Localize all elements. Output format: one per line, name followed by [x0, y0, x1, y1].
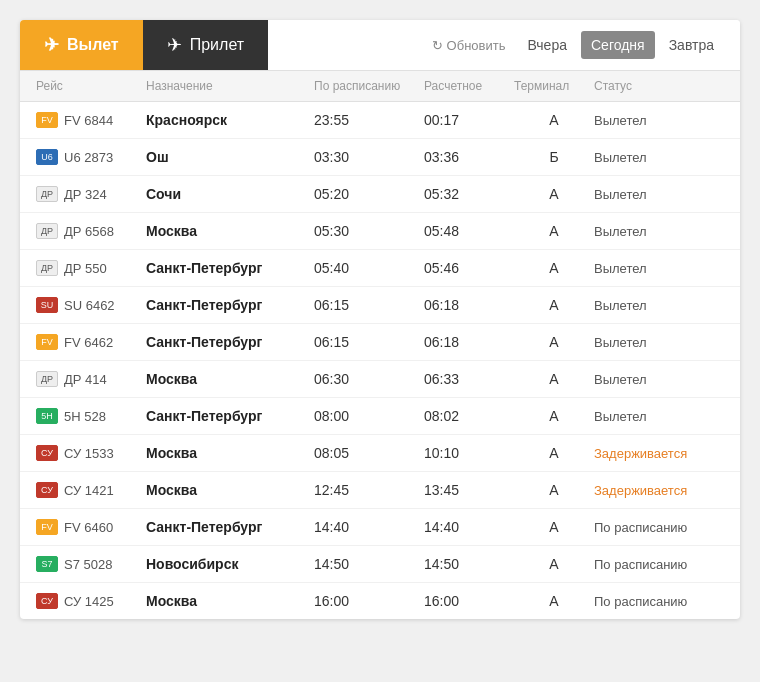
estimated-time: 06:33	[424, 371, 514, 387]
scheduled-time: 05:20	[314, 186, 424, 202]
terminal: А	[514, 371, 594, 387]
airline-icon: FV	[36, 334, 58, 350]
flight-number: ДР ДР 6568	[36, 223, 146, 239]
flight-number: СУ СУ 1421	[36, 482, 146, 498]
col-status: Статус	[594, 79, 724, 93]
scheduled-time: 06:15	[314, 334, 424, 350]
estimated-time: 05:48	[424, 223, 514, 239]
col-flight: Рейс	[36, 79, 146, 93]
refresh-button[interactable]: ↻ Обновить	[424, 32, 514, 59]
table-row[interactable]: S7 S7 5028 Новосибирск 14:50 14:50 А По …	[20, 546, 740, 583]
flight-number: U6 U6 2873	[36, 149, 146, 165]
terminal: А	[514, 556, 594, 572]
scheduled-time: 05:40	[314, 260, 424, 276]
airline-icon: 5H	[36, 408, 58, 424]
yesterday-button[interactable]: Вчера	[517, 31, 577, 59]
tab-depart[interactable]: ✈ Вылет	[20, 20, 143, 70]
flight-number: ДР ДР 414	[36, 371, 146, 387]
table-row[interactable]: 5H 5H 528 Санкт-Петербург 08:00 08:02 А …	[20, 398, 740, 435]
today-button[interactable]: Сегодня	[581, 31, 655, 59]
tab-arrive[interactable]: ✈ Прилет	[143, 20, 268, 70]
flight-number: ДР ДР 324	[36, 186, 146, 202]
status-badge: Вылетел	[594, 224, 724, 239]
airline-icon: FV	[36, 519, 58, 535]
estimated-time: 08:02	[424, 408, 514, 424]
terminal: Б	[514, 149, 594, 165]
status-badge: Вылетел	[594, 298, 724, 313]
terminal: А	[514, 408, 594, 424]
destination: Санкт-Петербург	[146, 408, 314, 424]
terminal: А	[514, 112, 594, 128]
table-row[interactable]: ДР ДР 6568 Москва 05:30 05:48 А Вылетел	[20, 213, 740, 250]
table-row[interactable]: SU SU 6462 Санкт-Петербург 06:15 06:18 А…	[20, 287, 740, 324]
status-badge: Задерживается	[594, 483, 724, 498]
estimated-time: 14:40	[424, 519, 514, 535]
scheduled-time: 12:45	[314, 482, 424, 498]
scheduled-time: 16:00	[314, 593, 424, 609]
destination: Санкт-Петербург	[146, 334, 314, 350]
airline-icon: U6	[36, 149, 58, 165]
terminal: А	[514, 593, 594, 609]
airline-icon: SU	[36, 297, 58, 313]
destination: Ош	[146, 149, 314, 165]
airline-icon: ДР	[36, 371, 58, 387]
table-row[interactable]: СУ СУ 1421 Москва 12:45 13:45 А Задержив…	[20, 472, 740, 509]
terminal: А	[514, 445, 594, 461]
col-terminal: Терминал	[514, 79, 594, 93]
scheduled-time: 06:15	[314, 297, 424, 313]
destination: Москва	[146, 593, 314, 609]
estimated-time: 10:10	[424, 445, 514, 461]
status-badge: По расписанию	[594, 594, 724, 609]
airline-icon: СУ	[36, 482, 58, 498]
terminal: А	[514, 519, 594, 535]
estimated-time: 05:32	[424, 186, 514, 202]
airline-icon: FV	[36, 112, 58, 128]
destination: Москва	[146, 482, 314, 498]
estimated-time: 13:45	[424, 482, 514, 498]
destination: Москва	[146, 371, 314, 387]
table-row[interactable]: U6 U6 2873 Ош 03:30 03:36 Б Вылетел	[20, 139, 740, 176]
destination: Санкт-Петербург	[146, 519, 314, 535]
table-row[interactable]: FV FV 6460 Санкт-Петербург 14:40 14:40 А…	[20, 509, 740, 546]
flight-board: ✈ Вылет ✈ Прилет ↻ Обновить Вчера Сегодн…	[20, 20, 740, 619]
destination: Красноярск	[146, 112, 314, 128]
table-row[interactable]: FV FV 6462 Санкт-Петербург 06:15 06:18 А…	[20, 324, 740, 361]
table-row[interactable]: ДР ДР 550 Санкт-Петербург 05:40 05:46 А …	[20, 250, 740, 287]
estimated-time: 03:36	[424, 149, 514, 165]
table-row[interactable]: СУ СУ 1425 Москва 16:00 16:00 А По распи…	[20, 583, 740, 619]
destination: Москва	[146, 445, 314, 461]
status-badge: Вылетел	[594, 150, 724, 165]
terminal: А	[514, 297, 594, 313]
arrive-label: Прилет	[190, 36, 244, 54]
status-badge: Вылетел	[594, 261, 724, 276]
table-row[interactable]: ДР ДР 414 Москва 06:30 06:33 А Вылетел	[20, 361, 740, 398]
scheduled-time: 06:30	[314, 371, 424, 387]
flight-number: ДР ДР 550	[36, 260, 146, 276]
scheduled-time: 14:40	[314, 519, 424, 535]
flight-number: FV FV 6460	[36, 519, 146, 535]
flight-number: FV FV 6462	[36, 334, 146, 350]
table-row[interactable]: СУ СУ 1533 Москва 08:05 10:10 А Задержив…	[20, 435, 740, 472]
col-estimated: Расчетное	[424, 79, 514, 93]
status-badge: По расписанию	[594, 557, 724, 572]
airline-icon: СУ	[36, 593, 58, 609]
destination: Сочи	[146, 186, 314, 202]
terminal: А	[514, 260, 594, 276]
estimated-time: 00:17	[424, 112, 514, 128]
table-row[interactable]: FV FV 6844 Красноярск 23:55 00:17 А Выле…	[20, 102, 740, 139]
estimated-time: 06:18	[424, 334, 514, 350]
destination: Новосибирск	[146, 556, 314, 572]
depart-label: Вылет	[67, 36, 119, 54]
col-destination: Назначение	[146, 79, 314, 93]
arrive-icon: ✈	[167, 34, 182, 56]
scheduled-time: 08:05	[314, 445, 424, 461]
scheduled-time: 03:30	[314, 149, 424, 165]
tomorrow-button[interactable]: Завтра	[659, 31, 724, 59]
depart-icon: ✈	[44, 34, 59, 56]
table-row[interactable]: ДР ДР 324 Сочи 05:20 05:32 А Вылетел	[20, 176, 740, 213]
terminal: А	[514, 186, 594, 202]
col-scheduled: По расписанию	[314, 79, 424, 93]
status-badge: Вылетел	[594, 113, 724, 128]
scheduled-time: 08:00	[314, 408, 424, 424]
terminal: А	[514, 482, 594, 498]
